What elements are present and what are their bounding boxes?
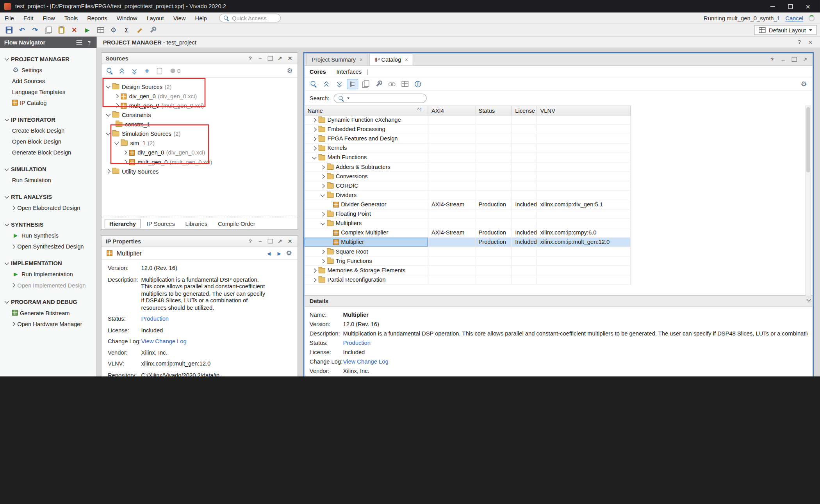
flow-nav-item[interactable]: Language Templates	[0, 86, 96, 97]
expand-icon[interactable]	[106, 112, 111, 117]
menu-item[interactable]: Reports	[82, 12, 112, 23]
expand-icon[interactable]	[320, 249, 325, 254]
scroll-down-button[interactable]	[806, 297, 811, 303]
expand-icon[interactable]	[312, 117, 317, 122]
settings-button[interactable]	[108, 25, 119, 35]
menu-item[interactable]: Help	[190, 12, 211, 23]
column-header[interactable]: Name	[304, 106, 428, 115]
flow-nav-item[interactable]: Open Implemented Design	[0, 280, 96, 291]
column-header[interactable]: VLNV	[537, 106, 631, 115]
catalog-search-input[interactable]	[333, 94, 426, 103]
sources-view-tab[interactable]: IP Sources	[143, 219, 179, 227]
source-tree-item[interactable]: div_gen_0 (div_gen_0.xci)	[102, 91, 298, 101]
float-icon[interactable]	[802, 56, 808, 62]
add-sources-button[interactable]	[141, 66, 153, 76]
flow-nav-item[interactable]: Run Simulation	[0, 174, 96, 185]
menu-icon[interactable]	[77, 40, 82, 44]
menu-item[interactable]: Window	[112, 12, 142, 23]
help-icon[interactable]	[247, 55, 253, 62]
flow-nav-item[interactable]: Run Synthesis	[0, 230, 96, 241]
minimize-window-button[interactable]	[765, 1, 780, 12]
catalog-row[interactable]: Multiplier Production Included xilinx.co…	[304, 238, 631, 247]
expand-all-button[interactable]	[333, 79, 345, 89]
save-button[interactable]	[3, 25, 14, 35]
delete-button[interactable]	[68, 25, 80, 35]
expand-icon[interactable]	[320, 183, 325, 188]
catalog-row[interactable]: Divider Generator AXI4-Stream Production…	[304, 200, 631, 209]
add-repository-button[interactable]	[386, 79, 397, 89]
help-icon[interactable]	[247, 238, 253, 244]
expand-icon[interactable]	[320, 221, 325, 226]
source-tree-item[interactable]: Utility Sources	[102, 167, 298, 176]
dashboard-button[interactable]	[94, 25, 106, 35]
cancel-run-link[interactable]: Cancel	[785, 15, 803, 21]
collapse-all-button[interactable]	[321, 79, 332, 89]
undo-button[interactable]	[16, 25, 28, 35]
flow-nav-item[interactable]: Open Synthesized Design	[0, 241, 96, 252]
source-tree-item[interactable]: constrs_1	[102, 120, 298, 129]
help-icon[interactable]	[86, 39, 93, 46]
expand-icon[interactable]	[312, 136, 317, 141]
flow-nav-item[interactable]: PROJECT MANAGER	[0, 53, 96, 64]
flow-nav-item[interactable]: Open Hardware Manager	[0, 318, 96, 329]
flow-nav-item[interactable]: PROGRAM AND DEBUG	[0, 296, 96, 307]
catalog-row[interactable]: Embedded Processing	[304, 125, 631, 134]
catalog-row[interactable]: Floating Point	[304, 209, 631, 219]
expand-icon[interactable]	[106, 131, 111, 136]
catalog-row[interactable]: Dynamic Function eXchange	[304, 115, 631, 125]
layout-selector-dropdown[interactable]: Default Layout	[754, 25, 817, 35]
expand-icon[interactable]	[106, 169, 111, 174]
flow-nav-item[interactable]: Generate Bitstream	[0, 307, 96, 318]
catalog-view-toggle[interactable]: Interfaces	[331, 68, 367, 75]
menu-item[interactable]: View	[169, 12, 191, 23]
collapse-all-button[interactable]	[116, 66, 127, 76]
column-header[interactable]: Status	[475, 106, 512, 115]
catalog-row[interactable]: Dividers	[304, 191, 631, 200]
source-tree-item[interactable]: sim_1 (2)	[102, 138, 298, 148]
catalog-row[interactable]: Conversions	[304, 172, 631, 181]
quick-access-search[interactable]: Quick Access	[219, 14, 281, 23]
minimize-icon[interactable]	[257, 238, 264, 244]
search-button[interactable]	[307, 79, 319, 89]
sort-indicator[interactable]: ^1	[417, 107, 422, 112]
group-by-hierarchy-button[interactable]	[347, 79, 358, 89]
column-header[interactable]: AXI4	[428, 106, 476, 115]
editor-tab[interactable]: Project Summary	[307, 53, 368, 66]
catalog-view-toggle[interactable]: Cores	[310, 68, 331, 75]
flow-nav-item[interactable]: SIMULATION	[0, 163, 96, 174]
expand-icon[interactable]	[122, 150, 127, 155]
redo-button[interactable]	[29, 25, 41, 35]
expand-icon[interactable]	[106, 84, 111, 89]
customize-button[interactable]	[147, 25, 158, 35]
expand-icon[interactable]	[312, 127, 317, 132]
menu-item[interactable]: Flow	[38, 12, 59, 23]
catalog-row[interactable]: Adders & Subtracters	[304, 163, 631, 172]
sources-view-tab[interactable]: Libraries	[181, 219, 212, 227]
close-tab-icon[interactable]	[360, 57, 363, 63]
catalog-row[interactable]: FPGA Features and Design	[304, 134, 631, 144]
flow-nav-item[interactable]: Open Block Design	[0, 136, 96, 147]
catalog-row[interactable]: Multipliers	[304, 219, 631, 228]
flow-nav-item[interactable]: IP INTEGRATOR	[0, 114, 96, 125]
search-button[interactable]	[103, 66, 115, 76]
expand-icon[interactable]	[312, 277, 317, 282]
close-window-button[interactable]	[800, 1, 816, 12]
expand-icon[interactable]	[312, 268, 317, 273]
edit-button[interactable]	[134, 25, 145, 35]
expand-icon[interactable]	[320, 258, 325, 263]
catalog-row[interactable]: Complex Multiplier AXI4-Stream Productio…	[304, 228, 631, 238]
expand-icon[interactable]	[320, 174, 325, 179]
minimize-icon[interactable]	[780, 56, 786, 62]
customize-button[interactable]	[373, 79, 384, 89]
catalog-row[interactable]: Kernels	[304, 144, 631, 153]
catalog-row[interactable]: Partial Reconfiguration	[304, 275, 631, 285]
flow-nav-item[interactable]: Open Elaborated Design	[0, 202, 96, 213]
maximize-icon[interactable]	[267, 55, 273, 62]
source-tree-item[interactable]: Constraints	[102, 110, 298, 120]
expand-icon[interactable]	[114, 140, 119, 146]
flow-nav-item[interactable]: Add Sources	[0, 75, 96, 86]
close-icon[interactable]	[287, 55, 293, 62]
float-icon[interactable]	[276, 238, 283, 244]
close-icon[interactable]	[807, 39, 814, 45]
flow-nav-item[interactable]: SYNTHESIS	[0, 219, 96, 230]
